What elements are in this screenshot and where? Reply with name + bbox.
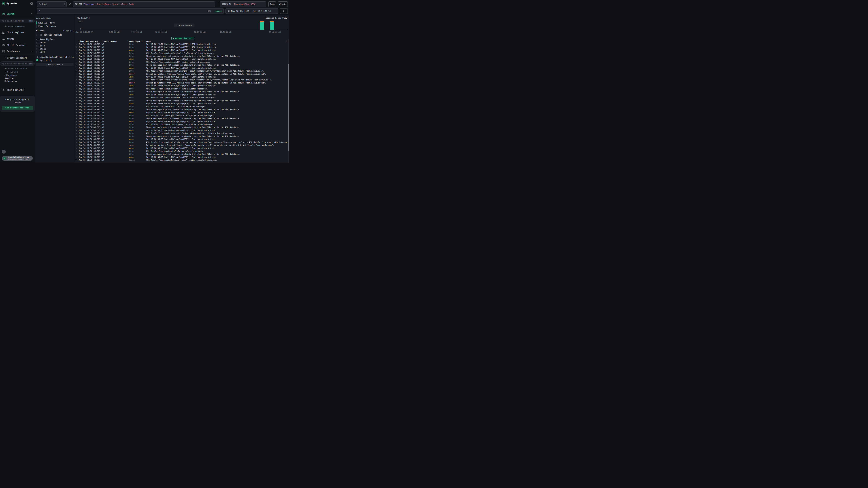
saved-dashboards-input[interactable]: Saved Dashboards ⌘ K: [0, 61, 35, 66]
table-row[interactable]: >May 16 11:38:40.683 AMinfoThose message…: [75, 63, 288, 66]
table-row[interactable]: >May 16 11:38:40.683 AMinfoThose message…: [75, 108, 288, 111]
expand-chevron-icon[interactable]: >: [76, 153, 79, 155]
severity-option-warn[interactable]: warn: [35, 51, 75, 53]
table-row[interactable]: >May 16 11:38:40.683 AMwarnMay 16 00:30:…: [75, 102, 288, 105]
expand-chevron-icon[interactable]: >: [76, 49, 79, 51]
expand-chevron-icon[interactable]: >: [76, 132, 79, 134]
expand-chevron-icon[interactable]: >: [76, 55, 79, 57]
scrollbar-track[interactable]: [288, 39, 289, 163]
table-row[interactable]: >May 16 11:38:40.683 AMwarnMay 16 00:30:…: [75, 111, 288, 114]
table-row[interactable]: >May 16 11:38:40.683 AMinfoThose message…: [75, 55, 288, 58]
less-filters-button[interactable]: Less filters: [36, 63, 73, 66]
sidebar-collapse-icon[interactable]: [30, 2, 33, 5]
preset-item-clickhouse[interactable]: Clickhouse: [0, 74, 35, 77]
expand-chevron-icon[interactable]: >: [76, 103, 79, 104]
preset-item-services[interactable]: Services: [0, 77, 35, 80]
expand-chevron-icon[interactable]: >: [76, 150, 79, 152]
expand-chevron-icon[interactable]: >: [76, 100, 79, 102]
resume-live-tail-button[interactable]: Resume Live Tail: [172, 37, 194, 40]
expand-chevron-icon[interactable]: >: [76, 43, 79, 45]
table-row[interactable]: >May 16 11:38:40.683 AMinfoThose message…: [75, 126, 288, 129]
expand-chevron-icon[interactable]: >: [76, 141, 79, 143]
expand-chevron-icon[interactable]: >: [76, 115, 79, 117]
clear-all-link[interactable]: Clear all: [63, 30, 73, 32]
sidebar-item-dashboards[interactable]: Dashboards: [0, 50, 35, 53]
language-lucene[interactable]: Lucene: [215, 10, 222, 12]
denoise-checkbox[interactable]: [36, 34, 38, 36]
table-row[interactable]: >May 16 11:38:40.683 AMinfoASL Module "c…: [75, 69, 288, 72]
mode-event-patterns[interactable]: Event Patterns: [36, 25, 75, 28]
expand-chevron-icon[interactable]: >: [76, 138, 79, 140]
expand-chevron-icon[interactable]: >: [76, 94, 79, 96]
table-options-kebab-icon[interactable]: ⋮: [285, 40, 287, 42]
source-select[interactable]: Logs: [37, 1, 66, 7]
expand-chevron-icon[interactable]: >: [76, 121, 79, 122]
user-menu[interactable]: D demos@clickhouse.com demos@clickhouse.…: [2, 156, 33, 161]
search-icon[interactable]: [36, 38, 38, 40]
table-row[interactable]: >May 16 11:38:40.683 AMinfoASL Module "c…: [75, 105, 288, 108]
expand-chevron-icon[interactable]: >: [76, 76, 79, 78]
scrollbar-thumb[interactable]: [288, 64, 289, 151]
table-row[interactable]: >May 16 11:38:40.683 AMwarnMay 16 00:30:…: [75, 84, 288, 87]
table-row[interactable]: >May 16 11:38:40.683 AMinfoThose message…: [75, 153, 288, 156]
expand-chevron-icon[interactable]: >: [76, 126, 79, 128]
order-by-input[interactable]: ORDER BY TimestampTime DESC: [220, 1, 266, 7]
expand-chevron-icon[interactable]: >: [76, 91, 79, 93]
table-row[interactable]: >May 16 11:38:40.683 AMinfoThose message…: [75, 99, 288, 102]
table-row[interactable]: >May 16 11:38:40.683 AMinfoMay 16 00:21:…: [75, 43, 288, 45]
expand-chevron-icon[interactable]: >: [76, 67, 79, 69]
table-row[interactable]: >May 16 11:38:40.683 AMwarnMay 16 00:30:…: [75, 156, 288, 159]
table-row[interactable]: >May 16 11:38:40.683 AMinfoThose message…: [75, 90, 288, 93]
table-row[interactable]: >May 16 11:38:40.683 AMinfoASL Module "c…: [75, 150, 288, 153]
table-row[interactable]: >May 16 11:38:40.683 AMinfoThose message…: [75, 135, 288, 138]
language-sql[interactable]: SQL: [208, 10, 211, 12]
expand-chevron-icon[interactable]: >: [76, 46, 79, 48]
expand-chevron-icon[interactable]: >: [76, 109, 79, 110]
table-row[interactable]: >May 16 11:38:40.683 AMinfoThose message…: [75, 117, 288, 120]
search-query-input[interactable]: * SQL | Lucene: [37, 8, 224, 14]
table-row[interactable]: >May 16 11:38:40.683 AMwarnMay 16 00:30:…: [75, 75, 288, 78]
expand-chevron-icon[interactable]: >: [76, 61, 79, 63]
checked-checkbox[interactable]: [36, 59, 38, 61]
header-body[interactable]: ⋮Body: [146, 40, 288, 42]
expand-chevron-icon[interactable]: >: [76, 159, 79, 161]
header-severitytext[interactable]: ⋮SeverityText: [129, 40, 146, 42]
table-row[interactable]: >May 16 11:38:40.683 AMwarnMay 16 00:30:…: [75, 120, 288, 123]
expand-chevron-icon[interactable]: >: [76, 156, 79, 158]
checkbox[interactable]: [36, 45, 38, 47]
table-row[interactable]: >May 16 11:38:40.683 AMinfoASL Module "c…: [75, 141, 288, 143]
expand-chevron-icon[interactable]: >: [76, 52, 79, 54]
logattr-option-system-log[interactable]: system.log: [35, 59, 75, 61]
severity-option-error[interactable]: error: [35, 41, 75, 44]
header-servicename[interactable]: ⋮ServiceName: [104, 40, 129, 42]
expand-chevron-icon[interactable]: >: [76, 129, 79, 131]
histogram-bar[interactable]: [260, 21, 264, 30]
table-row[interactable]: >May 16 11:38:40.683 AMwarnMay 16 00:30:…: [75, 138, 288, 141]
presets-header[interactable]: PRESETS: [0, 71, 35, 73]
run-query-button[interactable]: [280, 8, 288, 14]
table-row[interactable]: >May 16 11:38:40.683 AMwarnMay 16 00:30:…: [75, 58, 288, 60]
help-button[interactable]: ?: [2, 150, 6, 154]
severity-option-trace[interactable]: trace: [35, 47, 75, 50]
table-row[interactable]: >May 16 11:38:40.683 AMinfoASL Module "c…: [75, 132, 288, 135]
table-row[interactable]: >May 16 11:38:40.683 AMinfoASL Module "c…: [75, 52, 288, 55]
table-row[interactable]: >May 16 11:38:40.683 AMinfoASL Module "c…: [75, 87, 288, 90]
source-settings-gear-icon[interactable]: [68, 3, 71, 6]
saved-searches-input[interactable]: Saved Searches ⌘ K: [0, 19, 35, 23]
select-clause-input[interactable]: SELECT Timestamp, ServiceName, SeverityT…: [73, 1, 215, 7]
table-row[interactable]: >May 16 11:38:40.683 AMerrorOutput param…: [75, 81, 288, 84]
expand-chevron-icon[interactable]: >: [76, 147, 79, 149]
sidebar-item-client-sessions[interactable]: Client Sessions: [0, 43, 35, 47]
chevron-up-icon[interactable]: [31, 13, 32, 14]
table-row[interactable]: >May 16 11:38:40.683 AMwarnMay 16 00:30:…: [75, 129, 288, 132]
preset-item-kubernetes[interactable]: Kubernetes: [0, 80, 35, 83]
severity-option-info[interactable]: info: [35, 44, 75, 47]
table-row[interactable]: >May 16 11:38:40.683 AMwarnMay 16 00:30:…: [75, 93, 288, 96]
search-icon[interactable]: [36, 56, 38, 58]
table-row[interactable]: >May 16 11:38:40.683 AMinfoASL Module "c…: [75, 78, 288, 81]
save-button[interactable]: Save: [268, 1, 276, 7]
table-row[interactable]: >May 16 11:38:40.683 AMwarnMay 16 00:30:…: [75, 66, 288, 69]
table-row[interactable]: >May 16 11:38:40.683 AMinfoASL Module "c…: [75, 114, 288, 117]
expand-chevron-icon[interactable]: >: [76, 64, 79, 66]
column-resize-handle[interactable]: ⋮: [127, 40, 129, 42]
